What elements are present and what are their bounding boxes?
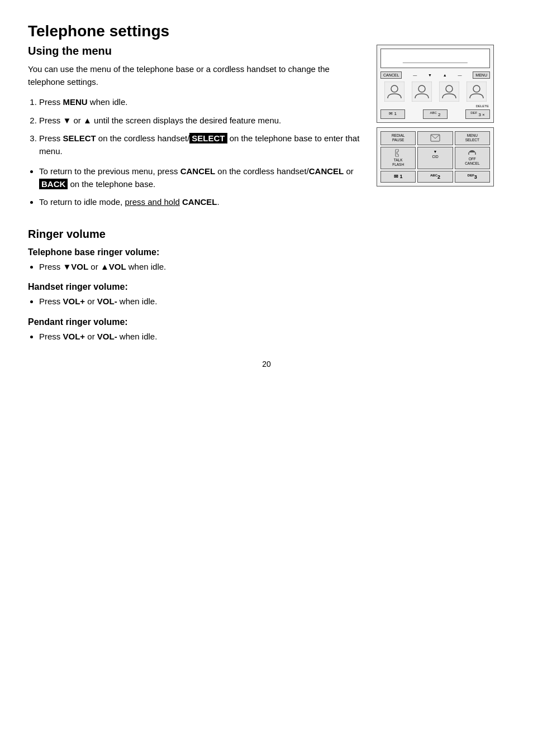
menu-btn-handset: MENU — [473, 71, 490, 79]
base-row1: REDIALPAUSE MENUSELECT — [380, 131, 490, 145]
base-num-2: ABC2 — [417, 171, 453, 183]
menu-select-btn: MENUSELECT — [455, 131, 490, 145]
handset-ringer-bullets: Press VOL+ or VOL- when idle. — [39, 295, 505, 308]
volplus-bold1: VOL+ — [63, 296, 85, 306]
base-num-1: ✉ 1 — [380, 171, 416, 183]
phone-diagrams: CANCEL — ▼ ▲ — MENU — [377, 45, 505, 186]
base-row2: TALKFLASH ▼ CID OFFCANCEL — [380, 147, 490, 170]
step-1: Press MENU when idle. — [39, 96, 365, 109]
hnum-1: ✉ 1 — [380, 109, 405, 119]
select-highlight: SELECT — [189, 133, 227, 143]
base-numpad: ✉ 1 ABC2 DEF3 — [380, 171, 490, 183]
redial-pause-btn: REDIALPAUSE — [380, 131, 416, 145]
base-num-3: DEF3 — [455, 171, 490, 183]
talk-flash-btn: TALKFLASH — [380, 147, 416, 170]
base-ringer-bullets: Press ▼VOL or ▲VOL when idle. — [39, 261, 505, 274]
handset-ringer-subsection: Handset ringer volume: Press VOL+ or VOL… — [28, 282, 505, 308]
bullet-list: To return to the previous menu, press CA… — [39, 165, 365, 209]
phone-diagrams-col: CANCEL — ▼ ▲ — MENU — [377, 45, 505, 217]
cancel-bold2: CANCEL — [309, 166, 344, 176]
steps-list: Press MENU when idle. Press ▼ or ▲ until… — [39, 96, 365, 157]
base-diagram: REDIALPAUSE MENUSELECT — [377, 127, 494, 187]
dash1: — — [413, 73, 417, 77]
down-arrow: ▼ — [428, 73, 432, 77]
svg-rect-4 — [439, 82, 459, 102]
uvol-bold: ▲VOL — [101, 262, 126, 271]
base-ringer-subsection: Telephone base ringer volume: Press ▼VOL… — [28, 247, 505, 274]
page-number: 20 — [28, 360, 505, 369]
pendant-ringer-bullets: Press VOL+ or VOL- when idle. — [39, 331, 505, 343]
cancel-bold1: CANCEL — [180, 166, 216, 176]
person-icon-4 — [467, 82, 487, 102]
person-icon-1 — [384, 82, 404, 102]
handset-diagram: CANCEL — ▼ ▲ — MENU — [377, 45, 494, 123]
step-2: Press ▼ or ▲ until the screen displays t… — [39, 114, 365, 127]
screen-line — [403, 63, 468, 63]
cid-btn: ▼ CID — [417, 147, 453, 170]
bullet-1: To return to the previous menu, press CA… — [39, 165, 365, 190]
section1-heading: Using the menu — [28, 45, 365, 58]
down-arrow-cid: ▼ — [419, 149, 451, 154]
back-highlight: BACK — [39, 179, 68, 189]
base-ringer-bullet: Press ▼VOL or ▲VOL when idle. — [39, 261, 505, 274]
svg-rect-0 — [384, 82, 404, 102]
pendant-ringer-subsection: Pendant ringer volume: Press VOL+ or VOL… — [28, 317, 505, 343]
person-icon-3 — [439, 82, 459, 102]
press-hold-text: press and hold — [125, 197, 179, 207]
dvol-bold: ▼VOL — [63, 262, 89, 271]
up-arrow: ▲ — [443, 73, 447, 77]
pendant-ringer-heading: Pendant ringer volume: — [28, 317, 505, 327]
volminus-bold2: VOL- — [97, 332, 117, 341]
delete-label: DELETE — [380, 104, 489, 108]
handset-ringer-bullet: Press VOL+ or VOL- when idle. — [39, 295, 505, 308]
page-title: Telephone settings — [28, 22, 505, 40]
cancel-btn-handset: CANCEL — [380, 71, 402, 79]
step-3: Press SELECT on the cordless handset/SEL… — [39, 132, 365, 157]
bullet-2: To return to idle mode, press and hold C… — [39, 196, 365, 209]
base-ringer-heading: Telephone base ringer volume: — [28, 247, 505, 257]
svg-rect-2 — [412, 82, 432, 102]
ringer-heading: Ringer volume — [28, 228, 505, 241]
message-icon-btn — [417, 131, 453, 145]
person-row — [380, 82, 490, 102]
volminus-bold1: VOL- — [97, 296, 117, 306]
hnum-3: DEF 3 × — [465, 109, 490, 119]
off-cancel-btn: OFFCANCEL — [455, 147, 490, 170]
handset-btn-row: CANCEL — ▼ ▲ — MENU — [380, 71, 490, 79]
pendant-ringer-bullet: Press VOL+ or VOL- when idle. — [39, 331, 505, 343]
dash2: — — [458, 73, 462, 77]
hnum-2: ABC 2 — [423, 109, 448, 119]
ringer-section: Ringer volume Telephone base ringer volu… — [28, 228, 505, 343]
handset-screen — [380, 49, 490, 68]
svg-rect-6 — [467, 82, 487, 102]
step3-bold1: SELECT — [63, 133, 96, 143]
handset-numpad: ✉ 1 ABC 2 DEF 3 × — [380, 109, 490, 119]
handset-ringer-heading: Handset ringer volume: — [28, 282, 505, 292]
person-icon-2 — [412, 82, 432, 102]
volplus-bold2: VOL+ — [63, 332, 85, 341]
intro-text: You can use the menu of the telephone ba… — [28, 63, 365, 88]
step1-bold: MENU — [63, 97, 88, 107]
cancel-bold3: CANCEL — [182, 197, 217, 207]
